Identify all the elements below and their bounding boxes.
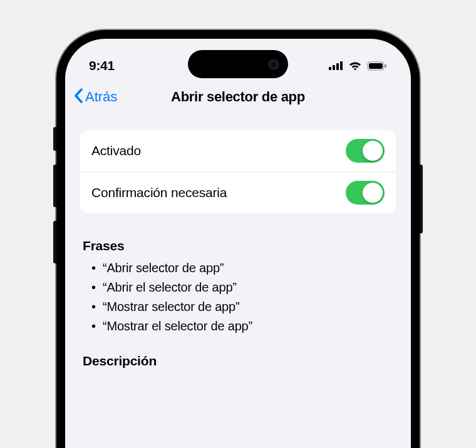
confirmation-toggle[interactable] <box>346 181 385 205</box>
phrase-item: “Mostrar selector de app” <box>94 297 396 317</box>
phone-frame: 9:41 Atrás Abrir selector de ap <box>56 30 420 448</box>
svg-rect-3 <box>340 61 343 70</box>
toggle-knob <box>363 183 383 203</box>
cellular-icon <box>329 61 343 70</box>
toggle-knob <box>363 141 383 161</box>
page-title: Abrir selector de app <box>74 89 402 105</box>
navigation-bar: Atrás Abrir selector de app <box>65 81 411 114</box>
wifi-icon <box>348 61 362 71</box>
description-header: Descripción <box>83 354 396 369</box>
content-area: Activado Confirmación necesaria Frases “… <box>65 114 411 369</box>
confirmation-row: Confirmación necesaria <box>80 171 396 213</box>
phrase-item: “Mostrar el selector de app” <box>94 317 396 336</box>
confirmation-label: Confirmación necesaria <box>91 185 227 200</box>
back-label: Atrás <box>85 89 117 105</box>
svg-rect-0 <box>329 67 331 70</box>
physical-buttons-right <box>420 165 423 233</box>
physical-buttons-left <box>53 127 56 277</box>
screen: 9:41 Atrás Abrir selector de ap <box>65 39 411 448</box>
phrases-list: “Abrir selector de app” “Abrir el select… <box>80 258 396 336</box>
chevron-left-icon <box>74 88 83 107</box>
settings-group: Activado Confirmación necesaria <box>80 130 396 213</box>
phrases-header: Frases <box>83 238 396 253</box>
front-camera <box>268 59 279 70</box>
enabled-label: Activado <box>91 143 141 158</box>
svg-rect-2 <box>336 63 339 70</box>
battery-icon <box>367 61 387 71</box>
status-time: 9:41 <box>89 58 115 73</box>
svg-rect-5 <box>369 63 383 69</box>
svg-rect-1 <box>333 65 335 70</box>
enabled-row: Activado <box>80 130 396 171</box>
status-icons <box>329 61 387 71</box>
svg-rect-6 <box>385 64 387 68</box>
phrase-item: “Abrir el selector de app” <box>94 278 396 297</box>
enabled-toggle[interactable] <box>346 139 385 163</box>
back-button[interactable]: Atrás <box>74 88 117 107</box>
phrase-item: “Abrir selector de app” <box>94 258 396 278</box>
dynamic-island <box>188 50 288 78</box>
